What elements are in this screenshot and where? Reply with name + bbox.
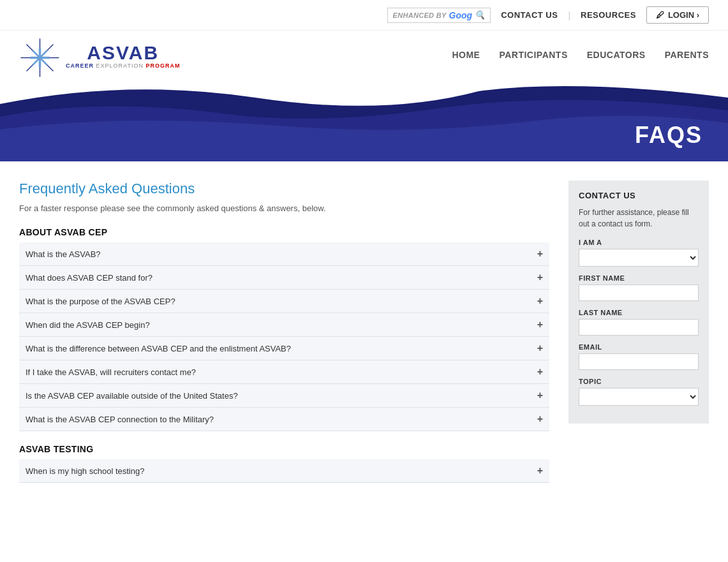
topic-group: TOPIC General Testing Results Technical	[579, 378, 699, 406]
faq-item[interactable]: If I take the ASVAB, will recruiters con…	[19, 360, 549, 384]
faq-heading: Frequently Asked Questions	[19, 181, 549, 197]
faq-expand-icon: +	[537, 390, 543, 401]
nav-educators[interactable]: EDUCATORS	[587, 50, 646, 60]
nav-parents[interactable]: PARENTS	[665, 50, 709, 60]
faq-expand-icon: +	[537, 413, 543, 425]
faq-expand-icon: +	[537, 366, 543, 378]
faq-expand-icon: +	[537, 295, 543, 307]
firstname-group: FIRST NAME	[579, 274, 699, 301]
header: ASVAB CAREER EXPLORATION PROGRAM HOME PA…	[0, 31, 728, 78]
faq-expand-icon: +	[537, 465, 543, 477]
faq-expand-icon: +	[537, 343, 543, 354]
lastname-label: LAST NAME	[579, 309, 699, 316]
logo-sub: CAREER EXPLORATION PROGRAM	[66, 63, 180, 69]
logo-area: ASVAB CAREER EXPLORATION PROGRAM	[19, 37, 180, 78]
faq-item[interactable]: Is the ASVAB CEP available outside of th…	[19, 384, 549, 408]
faq-category-asvab-cep: ABOUT ASVAB CEP What is the ASVAB? + Wha…	[19, 227, 549, 431]
faq-expand-icon: +	[537, 248, 543, 260]
search-box[interactable]: ENHANCED BY Goog 🔍	[387, 8, 491, 23]
login-button[interactable]: 🖊 LOGIN ›	[646, 6, 709, 24]
topic-label: TOPIC	[579, 378, 699, 385]
faq-item[interactable]: When did the ASVAB CEP begin? +	[19, 313, 549, 337]
logo-text: ASVAB CAREER EXPLORATION PROGRAM	[66, 43, 180, 69]
search-enhanced-label: ENHANCED BY	[393, 11, 447, 19]
resources-link[interactable]: RESOURCES	[581, 10, 636, 20]
contact-box-title: CONTACT US	[579, 191, 699, 200]
logo-star-icon	[19, 37, 61, 78]
faq-item[interactable]: What is the difference between ASVAB CEP…	[19, 337, 549, 360]
iam-label: I AM A	[579, 239, 699, 246]
logo-asvab: ASVAB	[87, 43, 159, 63]
lastname-group: LAST NAME	[579, 309, 699, 336]
contact-box-desc: For further assistance, please fill out …	[579, 207, 699, 230]
faq-expand-icon: +	[537, 319, 543, 330]
email-group: EMAIL	[579, 343, 699, 370]
category-label-testing: ASVAB TESTING	[19, 444, 549, 454]
email-label: EMAIL	[579, 343, 699, 351]
search-icon[interactable]: 🔍	[475, 10, 485, 20]
lastname-input[interactable]	[579, 319, 699, 336]
category-label-asvab-cep: ABOUT ASVAB CEP	[19, 227, 549, 237]
faq-intro: For a faster response please see the com…	[19, 203, 549, 213]
nav-home[interactable]: HOME	[452, 50, 480, 60]
email-input[interactable]	[579, 353, 699, 370]
faq-item[interactable]: What is the ASVAB CEP connection to the …	[19, 408, 549, 431]
faq-item[interactable]: What does ASVAB CEP stand for? +	[19, 266, 549, 290]
main-content: Frequently Asked Questions For a faster …	[0, 161, 728, 502]
wave-banner: FAQS	[0, 78, 728, 161]
main-nav: HOME PARTICIPANTS EDUCATORS PARENTS	[452, 50, 709, 66]
divider: |	[568, 10, 570, 20]
firstname-input[interactable]	[579, 285, 699, 301]
firstname-label: FIRST NAME	[579, 274, 699, 282]
faq-section: Frequently Asked Questions For a faster …	[19, 181, 549, 483]
login-label: LOGIN ›	[668, 10, 699, 20]
topic-select[interactable]: General Testing Results Technical	[579, 388, 699, 406]
nav-participants[interactable]: PARTICIPANTS	[499, 50, 567, 60]
faq-category-testing: ASVAB TESTING When is my high school tes…	[19, 444, 549, 483]
top-bar: ENHANCED BY Goog 🔍 CONTACT US | RESOURCE…	[0, 0, 728, 31]
iam-select[interactable]: Student Educator Parent Recruiter	[579, 249, 699, 267]
sidebar: CONTACT US For further assistance, pleas…	[568, 181, 709, 483]
faq-item[interactable]: What is the ASVAB? +	[19, 242, 549, 266]
faqs-title: FAQS	[635, 122, 702, 149]
contact-box: CONTACT US For further assistance, pleas…	[568, 181, 709, 424]
faq-expand-icon: +	[537, 272, 543, 283]
faq-item[interactable]: When is my high school testing? +	[19, 459, 549, 483]
wave-svg	[0, 78, 728, 161]
faq-item[interactable]: What is the purpose of the ASVAB CEP? +	[19, 290, 549, 313]
iam-group: I AM A Student Educator Parent Recruiter	[579, 239, 699, 267]
login-icon: 🖊	[656, 10, 664, 20]
search-google-text: Goog	[449, 10, 473, 20]
contact-us-toplink[interactable]: CONTACT US	[501, 10, 558, 20]
